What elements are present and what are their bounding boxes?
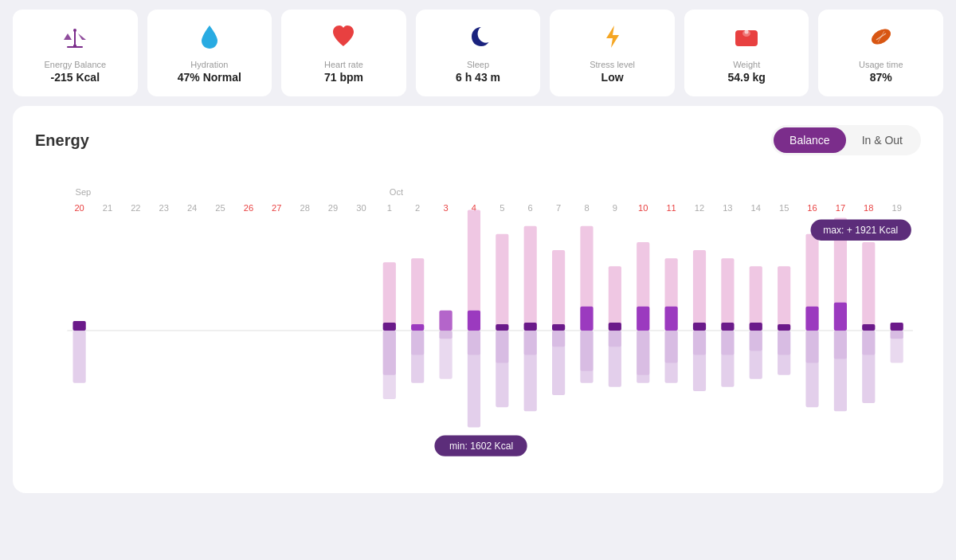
svg-rect-98 [721,323,734,331]
svg-rect-107 [778,331,790,354]
metric-value-heart-rate: 71 bpm [324,71,363,84]
metric-label-sleep: Sleep [467,60,489,69]
svg-text:20: 20 [74,203,84,213]
svg-rect-103 [750,331,762,350]
svg-rect-80 [609,266,621,331]
svg-rect-50 [383,323,396,331]
chart-svg: Sep Oct 20 21 22 23 24 25 26 27 28 29 30… [35,171,921,474]
svg-text:15: 15 [779,203,789,213]
svg-text:26: 26 [244,203,253,213]
metrics-bar: Energy Balance -215 Kcal Hydration 47% N… [0,0,956,106]
svg-text:24: 24 [187,203,197,213]
bolt-icon [598,22,627,55]
svg-rect-102 [750,323,762,331]
svg-rect-63 [468,331,480,354]
svg-rect-46 [73,331,86,383]
svg-rect-51 [383,331,396,399]
metric-value-sleep: 6 h 43 m [456,71,500,84]
svg-rect-87 [637,331,649,375]
metric-label-hydration: Hydration [190,60,228,69]
energy-chart: Sep Oct 20 21 22 23 24 25 26 27 28 29 30… [35,171,921,474]
svg-text:13: 13 [723,203,732,213]
svg-rect-48 [383,262,396,331]
heart-icon [329,22,358,55]
svg-rect-86 [637,307,649,331]
metric-value-usage-time: 87% [870,71,892,84]
metric-label-usage-time: Usage time [859,60,903,69]
metric-label-heart-rate: Heart rate [324,60,363,69]
svg-rect-110 [805,307,818,331]
svg-text:21: 21 [103,203,112,213]
metric-label-energy-balance: Energy Balance [44,60,106,69]
metric-card-energy-balance[interactable]: Energy Balance -215 Kcal [13,10,138,96]
svg-text:2: 2 [415,203,420,213]
metric-card-sleep[interactable]: Sleep 6 h 43 m [416,10,541,96]
energy-header: Energy Balance In & Out [35,125,921,155]
svg-rect-114 [834,303,847,331]
svg-rect-115 [834,331,847,358]
toggle-group: Balance In & Out [771,125,921,155]
svg-rect-59 [439,331,452,379]
metric-value-stress-level: Low [601,71,624,84]
svg-rect-122 [891,323,903,331]
svg-rect-54 [411,324,424,331]
svg-rect-78 [580,307,593,331]
max-tooltip: max: + 1921 Kcal [823,225,898,236]
svg-text:30: 30 [356,203,366,213]
svg-text:7: 7 [556,203,561,213]
svg-text:3: 3 [443,203,448,213]
sep-label: Sep [76,187,92,197]
metric-label-weight: Weight [733,60,760,69]
svg-text:14: 14 [751,203,761,213]
svg-text:9: 9 [613,203,617,213]
svg-rect-100 [750,266,762,331]
svg-rect-67 [496,331,508,362]
metric-label-stress-level: Stress level [590,60,635,69]
weight-icon [732,22,761,55]
svg-rect-83 [609,331,621,347]
metric-card-usage-time[interactable]: Usage time 87% [818,10,943,96]
energy-panel: Energy Balance In & Out Sep Oct 20 21 22… [13,106,943,493]
oct-label: Oct [390,187,403,197]
svg-rect-82 [609,323,621,331]
svg-rect-116 [862,242,875,331]
svg-point-9 [745,30,749,34]
svg-rect-99 [721,331,734,354]
svg-rect-52 [411,258,424,331]
balance-toggle-button[interactable]: Balance [774,127,846,153]
svg-rect-2 [74,30,76,46]
metric-card-hydration[interactable]: Hydration 47% Normal [147,10,272,96]
metric-card-weight[interactable]: Weight 54.9 kg [684,10,809,96]
svg-rect-91 [665,331,678,362]
metric-card-heart-rate[interactable]: Heart rate 71 bpm [281,10,406,96]
svg-rect-64 [496,234,508,331]
inout-toggle-button[interactable]: In & Out [846,127,919,153]
svg-text:28: 28 [300,203,309,213]
min-tooltip: min: 1602 Kcal [449,441,513,452]
svg-rect-1 [67,46,83,48]
svg-rect-71 [524,331,537,354]
svg-marker-5 [78,33,86,40]
svg-rect-106 [778,324,790,331]
svg-text:1: 1 [387,203,392,213]
svg-rect-58 [439,311,452,331]
metric-card-stress-level[interactable]: Stress level Low [550,10,675,96]
svg-rect-95 [693,331,706,354]
svg-text:6: 6 [528,203,533,213]
svg-rect-66 [496,324,508,331]
svg-text:16: 16 [807,203,817,213]
svg-rect-123 [891,331,903,362]
moon-icon [464,22,492,55]
svg-rect-92 [693,250,706,331]
svg-text:17: 17 [836,203,845,213]
svg-rect-72 [552,250,565,331]
metric-value-energy-balance: -215 Kcal [51,71,100,84]
svg-text:22: 22 [131,203,140,213]
svg-rect-104 [778,266,790,331]
svg-rect-55 [411,331,424,354]
svg-rect-118 [862,324,875,331]
svg-marker-6 [606,25,619,48]
svg-text:29: 29 [328,203,338,213]
svg-text:19: 19 [891,203,901,213]
svg-text:11: 11 [666,203,676,213]
